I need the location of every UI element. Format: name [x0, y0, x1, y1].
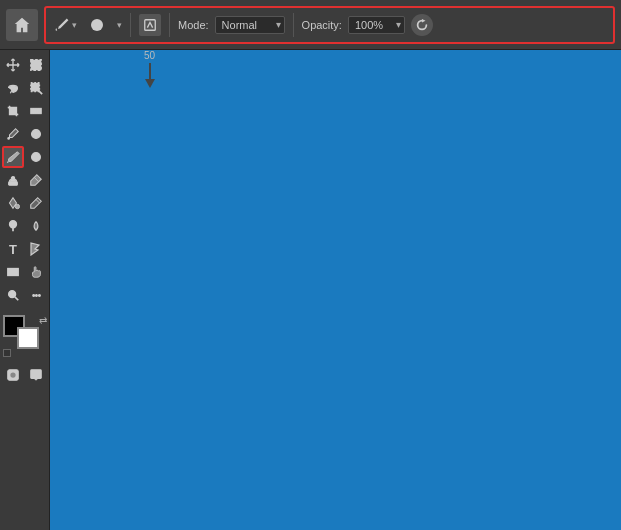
arrow-head [145, 79, 155, 88]
background-color[interactable] [17, 327, 39, 349]
svg-rect-14 [9, 182, 18, 186]
tool-row-7 [0, 192, 49, 214]
move-tool[interactable] [2, 54, 24, 76]
brush-dropdown-arrow: ▾ [72, 20, 77, 30]
mode-selector-wrapper[interactable]: Normal Dissolve Multiply [215, 16, 285, 34]
opacity-select[interactable]: 100% 75% 50% [348, 16, 405, 34]
arrow-stem [149, 63, 151, 79]
pen-tool[interactable] [25, 192, 47, 214]
quick-mask-button[interactable] [2, 364, 24, 386]
tool-row-9: T [0, 238, 49, 260]
brush-size-dot [91, 19, 103, 31]
reset-colors-button[interactable] [3, 349, 11, 357]
eraser-tool[interactable] [25, 169, 47, 191]
toolbar-options: ▾ ▾ Mode: Normal Dissolve Multiply [44, 6, 615, 44]
crop-tool[interactable] [2, 100, 24, 122]
tool-row-1 [0, 54, 49, 76]
swap-colors-button[interactable]: ⇄ [39, 315, 47, 326]
svg-point-8 [7, 137, 10, 140]
hardness-button[interactable] [139, 14, 161, 36]
brush-size-indicator[interactable] [83, 19, 111, 31]
main-area: T [0, 50, 621, 530]
type-icon: T [9, 242, 17, 257]
tool-row-2 [0, 77, 49, 99]
brush-size-preview [83, 19, 111, 31]
tool-row-11: ••• [0, 284, 49, 306]
path-select-tool[interactable] [25, 238, 47, 260]
blur-tool[interactable] [25, 215, 47, 237]
zoom-tool[interactable] [2, 284, 24, 306]
top-bar: ▾ ▾ Mode: Normal Dissolve Multiply [0, 0, 621, 50]
opacity-selector-wrapper[interactable]: 100% 75% 50% [348, 16, 405, 34]
size-dropdown-arrow: ▾ [117, 20, 122, 30]
tool-row-mask [0, 364, 49, 386]
svg-point-25 [10, 372, 15, 377]
rectangle-tool[interactable] [2, 261, 24, 283]
eyedropper-tool[interactable] [2, 123, 24, 145]
size-arrow-indicator: 50 [144, 50, 155, 88]
measure-tool[interactable] [25, 100, 47, 122]
opacity-label: Opacity: [302, 19, 342, 31]
hand-tool[interactable] [25, 261, 47, 283]
toolbar-sidebar: T [0, 50, 50, 530]
brush-tool-selector[interactable]: ▾ [54, 17, 77, 33]
more-tool[interactable]: ••• [25, 284, 47, 306]
svg-point-16 [15, 204, 19, 208]
mode-label: Mode: [178, 19, 209, 31]
svg-line-21 [15, 297, 19, 301]
tool-row-8 [0, 215, 49, 237]
quick-select-tool[interactable] [25, 77, 47, 99]
more-dots-icon: ••• [32, 289, 41, 301]
dodge-tool[interactable] [2, 215, 24, 237]
separator-2 [169, 13, 170, 37]
mode-select[interactable]: Normal Dissolve Multiply [215, 16, 285, 34]
svg-rect-19 [8, 269, 19, 276]
size-arrow-label: 50 [144, 50, 155, 61]
separator-1 [130, 13, 131, 37]
marquee-tool[interactable] [25, 54, 47, 76]
separator-3 [293, 13, 294, 37]
tool-row-5 [0, 146, 49, 168]
tool-row-6 [0, 169, 49, 191]
type-tool[interactable]: T [2, 238, 24, 260]
svg-rect-1 [31, 60, 42, 71]
clone-stamp-tool[interactable] [2, 169, 24, 191]
home-button[interactable] [6, 9, 38, 41]
color-swatches-area: ⇄ [3, 315, 47, 357]
svg-line-2 [10, 90, 12, 94]
tool-row-3 [0, 100, 49, 122]
healing-tool[interactable] [25, 146, 47, 168]
lasso-tool[interactable] [2, 77, 24, 99]
refresh-button[interactable] [411, 14, 433, 36]
screen-mode-button[interactable] [25, 364, 47, 386]
svg-rect-3 [31, 83, 40, 92]
svg-point-13 [11, 177, 15, 181]
paint-bucket-tool[interactable] [2, 192, 24, 214]
svg-rect-26 [31, 370, 42, 379]
3d-material-tool[interactable] [25, 123, 47, 145]
arrow-down-indicator [145, 63, 155, 88]
tool-row-10 [0, 261, 49, 283]
svg-point-17 [10, 221, 17, 228]
canvas[interactable] [50, 50, 621, 530]
brush-tool[interactable] [2, 146, 24, 168]
tool-row-4 [0, 123, 49, 145]
